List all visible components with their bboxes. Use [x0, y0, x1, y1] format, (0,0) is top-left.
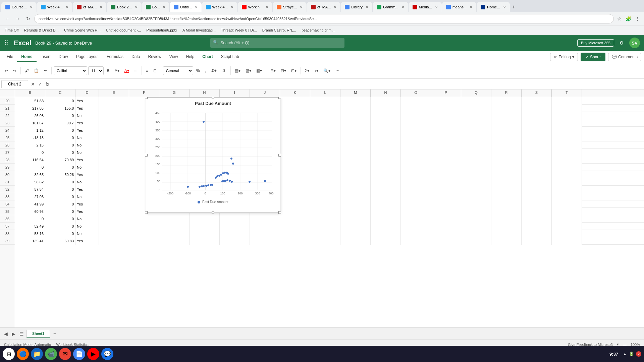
cell-L25[interactable] [310, 134, 340, 141]
cell-P24[interactable] [431, 127, 461, 134]
share-button[interactable]: ↗ Share [581, 53, 605, 61]
start-button[interactable]: ⊞ [3, 348, 15, 360]
settings-icon[interactable]: ⚙ [618, 39, 625, 47]
row-num-38[interactable]: 38 [0, 230, 15, 237]
cell-C39[interactable]: 59.83 [45, 237, 75, 245]
cell-R25[interactable] [491, 134, 522, 141]
cell-B24[interactable]: 1.12 [15, 127, 45, 134]
cell-B29[interactable]: 0 [15, 164, 45, 171]
comments-button[interactable]: 💬 Comments [608, 53, 641, 61]
tab-formulas[interactable]: Formulas [103, 52, 127, 62]
cell-B28[interactable]: 116.54 [15, 156, 45, 164]
cell-D29[interactable]: No [75, 164, 99, 171]
cell-O29[interactable] [401, 164, 431, 171]
cell-C24[interactable]: 0 [45, 127, 75, 134]
row-num-23[interactable]: 23 [0, 119, 15, 127]
col-header-g[interactable]: G [159, 89, 190, 97]
cell-Q24[interactable] [461, 127, 491, 134]
cell-P34[interactable] [431, 200, 461, 208]
cell-T35[interactable] [552, 208, 582, 215]
row-num-25[interactable]: 25 [0, 134, 15, 141]
cell-L21[interactable] [310, 105, 340, 112]
cell-N29[interactable] [371, 164, 401, 171]
cell-G36[interactable] [159, 215, 190, 223]
cell-N31[interactable] [371, 178, 401, 186]
cell-Q22[interactable] [461, 112, 491, 119]
forward-button[interactable]: → [13, 15, 22, 23]
sheet-nav-next-button[interactable]: ▶ [10, 330, 17, 337]
number-format-selector[interactable]: General [163, 66, 193, 75]
cell-C30[interactable]: 50.26 [45, 171, 75, 178]
row-num-27[interactable]: 27 [0, 149, 15, 156]
cell-Q28[interactable] [461, 156, 491, 164]
cell-R33[interactable] [491, 193, 522, 200]
tab-close-13[interactable]: ✕ [470, 5, 472, 9]
cell-K30[interactable] [280, 171, 310, 178]
cell-R21[interactable] [491, 105, 522, 112]
cell-J37[interactable] [250, 223, 280, 230]
cell-M30[interactable] [340, 171, 371, 178]
cell-B35[interactable]: -60.98 [15, 208, 45, 215]
cell-K23[interactable] [280, 119, 310, 127]
cell-E32[interactable] [99, 186, 129, 193]
tab-close-7[interactable]: ✕ [266, 5, 268, 9]
cell-P30[interactable] [431, 171, 461, 178]
cell-K33[interactable] [280, 193, 310, 200]
cell-N33[interactable] [371, 193, 401, 200]
cell-D33[interactable]: No [75, 193, 99, 200]
cell-L26[interactable] [310, 141, 340, 149]
cell-N21[interactable] [371, 105, 401, 112]
row-num-31[interactable]: 31 [0, 178, 15, 186]
cell-K36[interactable] [280, 215, 310, 223]
cell-N27[interactable] [371, 149, 401, 156]
cell-Q38[interactable] [461, 230, 491, 237]
cell-P21[interactable] [431, 105, 461, 112]
format-cells-button[interactable]: ⊡▾ [289, 67, 299, 74]
cell-E26[interactable] [99, 141, 129, 149]
cell-L30[interactable] [310, 171, 340, 178]
tab-close-11[interactable]: ✕ [401, 5, 404, 9]
cell-K27[interactable] [280, 149, 310, 156]
cell-H37[interactable] [190, 223, 220, 230]
cell-E30[interactable] [99, 171, 129, 178]
more-button[interactable]: ⋯ [333, 67, 341, 74]
cell-N36[interactable] [371, 215, 401, 223]
cell-R31[interactable] [491, 178, 522, 186]
cell-E34[interactable] [99, 200, 129, 208]
redo-button[interactable]: ↪ [11, 67, 18, 74]
browser-tab-0[interactable]: Course... ✕ [1, 2, 37, 12]
more-options-button[interactable]: ··· [132, 67, 140, 74]
cell-L24[interactable] [310, 127, 340, 134]
tab-close-4[interactable]: ✕ [163, 5, 165, 9]
cell-D24[interactable]: Yes [75, 127, 99, 134]
cell-D27[interactable]: No [75, 149, 99, 156]
bookmark-0[interactable]: Time Off [3, 27, 21, 33]
cell-N25[interactable] [371, 134, 401, 141]
delete-cells-button[interactable]: ⊟▾ [279, 67, 288, 74]
cell-N34[interactable] [371, 200, 401, 208]
col-header-s[interactable]: S [522, 89, 552, 97]
cell-S29[interactable] [522, 164, 552, 171]
tab-close-10[interactable]: ✕ [366, 5, 368, 9]
cell-L32[interactable] [310, 186, 340, 193]
cell-T33[interactable] [552, 193, 582, 200]
col-header-q[interactable]: Q [461, 89, 491, 97]
cell-I37[interactable] [220, 223, 250, 230]
cell-R30[interactable] [491, 171, 522, 178]
youtube-icon[interactable]: ▶ [87, 348, 99, 360]
browser-tab-12[interactable]: Media... ✕ [409, 2, 442, 12]
cell-C22[interactable]: 0 [45, 112, 75, 119]
row-num-26[interactable]: 26 [0, 141, 15, 149]
cell-K32[interactable] [280, 186, 310, 193]
cell-D25[interactable]: No [75, 134, 99, 141]
cell-S39[interactable] [522, 237, 552, 245]
cell-F37[interactable] [129, 223, 159, 230]
row-num-33[interactable]: 33 [0, 193, 15, 200]
cell-K21[interactable] [280, 105, 310, 112]
tab-insert[interactable]: Insert [37, 52, 55, 62]
cell-M34[interactable] [340, 200, 371, 208]
tab-view[interactable]: View [165, 52, 182, 62]
cell-G37[interactable] [159, 223, 190, 230]
cell-P22[interactable] [431, 112, 461, 119]
tab-help[interactable]: Help [182, 52, 199, 62]
